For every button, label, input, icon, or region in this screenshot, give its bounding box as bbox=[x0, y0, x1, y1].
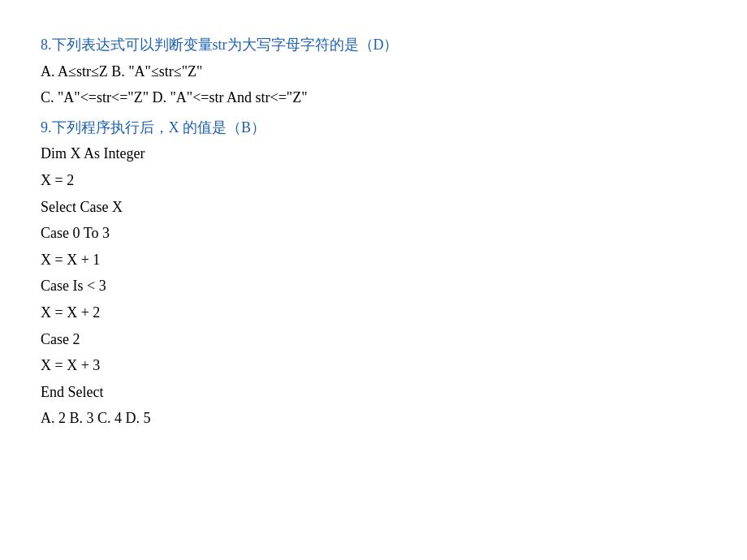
question-8-answer: （D） bbox=[359, 37, 399, 53]
code-line-1: Dim X As Integer bbox=[41, 141, 706, 166]
question-9-answer: （B） bbox=[227, 119, 266, 136]
question-8-options-line2: C. "A"<=str<="Z" D. "A"<=str And str<="Z… bbox=[41, 85, 706, 110]
question-8: 8.下列表达式可以判断变量str为大写字母字符的是（D） A. A≤str≤Z … bbox=[41, 32, 706, 110]
code-line-6: Case Is < 3 bbox=[41, 274, 706, 299]
code-line-9: X = X + 3 bbox=[41, 353, 706, 378]
question-8-title: 8.下列表达式可以判断变量str为大写字母字符的是（D） bbox=[41, 32, 706, 58]
code-line-2: X = 2 bbox=[41, 168, 706, 193]
question-9-title-text: 下列程序执行后，X 的值是 bbox=[52, 119, 227, 136]
code-line-8: Case 2 bbox=[41, 327, 706, 352]
question-8-title-text: 下列表达式可以判断变量str为大写字母字符的是 bbox=[52, 37, 359, 53]
question-9-number: 9. bbox=[41, 119, 52, 136]
question-8-number: 8. bbox=[41, 37, 52, 53]
question-9-options: A. 2 B. 3 C. 4 D. 5 bbox=[41, 406, 706, 431]
question-8-options-line1: A. A≤str≤Z B. "A"≤str≤"Z" bbox=[41, 59, 706, 84]
question-9: 9.下列程序执行后，X 的值是（B） Dim X As Integer X = … bbox=[41, 115, 706, 431]
question-9-title: 9.下列程序执行后，X 的值是（B） bbox=[41, 115, 706, 140]
code-line-3: Select Case X bbox=[41, 195, 706, 220]
code-line-4: Case 0 To 3 bbox=[41, 221, 706, 246]
code-line-10: End Select bbox=[41, 380, 706, 405]
page-content: 8.下列表达式可以判断变量str为大写字母字符的是（D） A. A≤str≤Z … bbox=[41, 32, 706, 431]
code-line-5: X = X + 1 bbox=[41, 248, 706, 273]
code-line-7: X = X + 2 bbox=[41, 300, 706, 325]
question-9-code: Dim X As Integer X = 2 Select Case X Cas… bbox=[41, 141, 706, 404]
